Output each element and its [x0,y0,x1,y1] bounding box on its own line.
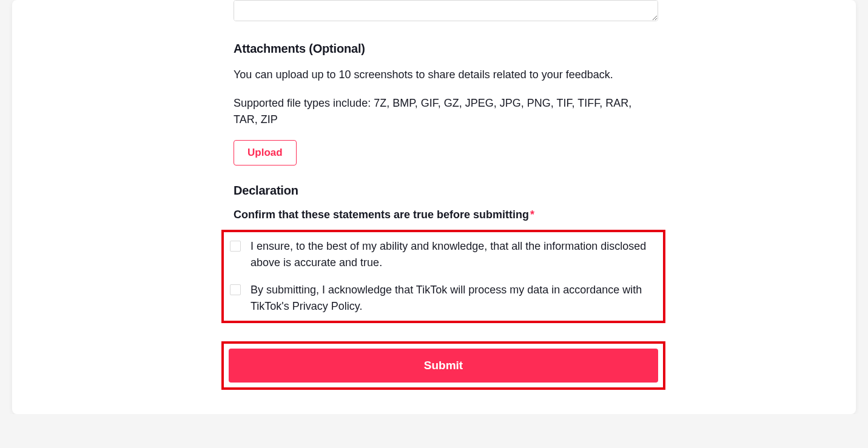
declaration-checkbox-2[interactable] [230,284,241,295]
declaration-confirm-text: Confirm that these statements are true b… [234,209,529,221]
form-card: Attachments (Optional) You can upload up… [12,0,856,414]
declaration-label-1: I ensure, to the best of my ability and … [251,238,657,271]
declaration-item: By submitting, I acknowledge that TikTok… [230,282,657,315]
declaration-label-2: By submitting, I acknowledge that TikTok… [251,282,657,315]
declaration-highlight: I ensure, to the best of my ability and … [221,230,665,323]
required-marker: * [530,209,534,221]
declaration-confirm-label: Confirm that these statements are true b… [234,209,658,221]
submit-button[interactable]: Submit [229,349,658,383]
declaration-heading: Declaration [234,184,658,198]
declaration-item: I ensure, to the best of my ability and … [230,238,657,271]
submit-highlight: Submit [221,341,665,390]
attachments-heading: Attachments (Optional) [234,42,658,56]
attachments-help-2: Supported file types include: 7Z, BMP, G… [234,95,658,128]
attachments-help-1: You can upload up to 10 screenshots to s… [234,67,658,83]
feedback-textarea[interactable] [234,0,658,21]
declaration-checkbox-1[interactable] [230,241,241,252]
upload-button[interactable]: Upload [234,140,297,165]
